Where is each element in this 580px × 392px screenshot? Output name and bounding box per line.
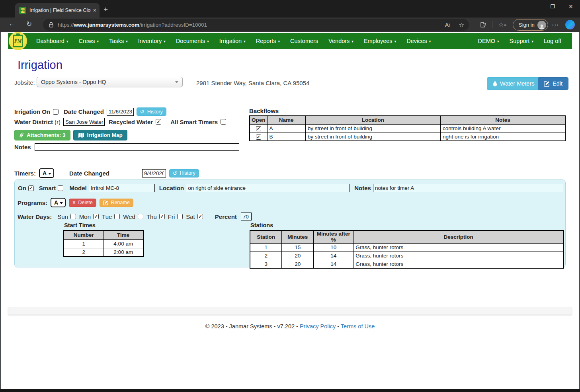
attachments-button[interactable]: Attachments: 3	[14, 130, 70, 140]
history-button[interactable]: ↺History	[137, 107, 166, 116]
edit-button[interactable]: Edit	[538, 77, 568, 90]
read-aloud-icon[interactable]: A)	[445, 21, 450, 28]
notes-input[interactable]	[35, 143, 239, 151]
timer-history-button[interactable]: ↺History	[169, 169, 199, 177]
backflow-location: by street in front of building	[305, 133, 440, 141]
day-label: Sat	[186, 213, 195, 220]
navbar-right-menu: DEMO▾Support▾Log off	[473, 38, 566, 44]
close-button[interactable]: ✕	[562, 0, 580, 13]
percent-input[interactable]	[241, 213, 252, 220]
day-label: Wed	[123, 213, 135, 220]
water-days-label: Water Days:	[18, 213, 52, 220]
nav-item-irrigation[interactable]: Irrigation▾	[214, 38, 251, 44]
caret-down-icon: ▾	[497, 40, 499, 43]
timer-date-changed-label: Date Changed	[69, 170, 109, 177]
new-tab-button[interactable]: +	[104, 6, 108, 13]
extensions-icon[interactable]	[480, 21, 486, 28]
backflow-open-checkbox[interactable]	[256, 135, 261, 140]
nav-item-employees[interactable]: Employees▾	[359, 38, 401, 44]
browser-tab[interactable]: FM Irrigation | Field Service Cloud ×	[15, 3, 100, 18]
water-day-tue: Tue	[102, 213, 120, 220]
irrigation-on-row: Irrigation On Date Changed ↺History	[14, 107, 166, 116]
cell: 14	[314, 252, 353, 260]
nav-item-crews[interactable]: Crews▾	[73, 38, 104, 44]
nav-item-vendors[interactable]: Vendors▾	[323, 38, 359, 44]
page-title: Irrigation	[18, 59, 62, 72]
nav-item-inventory[interactable]: Inventory▾	[133, 38, 171, 44]
day-label: Mon	[79, 213, 91, 220]
nav-item-label: Vendors	[328, 38, 350, 44]
maximize-button[interactable]: ❐	[543, 0, 562, 13]
day-checkbox[interactable]	[197, 214, 203, 219]
caret-down-icon: ▾	[429, 40, 431, 43]
settings-more-icon[interactable]: ⋯	[552, 21, 559, 29]
favorites-star-icon[interactable]: ☆	[459, 21, 464, 29]
model-input[interactable]	[89, 184, 155, 192]
nav-item-label: Dashboard	[36, 38, 64, 44]
program-select[interactable]: A	[51, 198, 66, 207]
nav-item-support[interactable]: Support▾	[504, 38, 539, 44]
day-checkbox[interactable]	[159, 214, 165, 219]
caret-down-icon: ▾	[278, 40, 280, 43]
location-input[interactable]	[186, 184, 350, 192]
jobsite-select[interactable]: Oppo Systems - Oppo HQ	[37, 77, 183, 87]
privacy-policy-link[interactable]: Privacy Policy	[300, 323, 336, 330]
nav-item-tasks[interactable]: Tasks▾	[104, 38, 133, 44]
on-checkbox[interactable]	[28, 185, 34, 191]
day-checkbox[interactable]	[114, 214, 120, 219]
day-label: Thu	[146, 213, 157, 220]
irrigation-on-checkbox[interactable]	[53, 109, 59, 115]
nav-item-label: Tasks	[109, 38, 124, 44]
minimize-button[interactable]: —	[525, 0, 543, 13]
station-row: 32014Grass, hunter rotors	[250, 260, 564, 268]
start-time-row: 14:00 am	[64, 239, 143, 248]
cell: Grass, hunter rotors	[353, 243, 564, 252]
terms-of-use-link[interactable]: Terms of Use	[341, 323, 375, 330]
tab-close-icon[interactable]: ×	[93, 7, 96, 14]
cell: Grass, hunter rotors	[353, 252, 564, 260]
timer-select[interactable]: A	[39, 168, 54, 178]
back-button[interactable]: ←	[9, 20, 16, 28]
all-smart-timers-checkbox[interactable]	[221, 119, 226, 125]
address-bar[interactable]: https://www.janmarsystems.com/irrigation…	[43, 19, 469, 31]
day-checkbox[interactable]	[93, 214, 99, 219]
backflow-name: B	[267, 133, 305, 141]
nav-item-documents[interactable]: Documents▾	[171, 38, 214, 44]
timer-notes-input[interactable]	[373, 184, 563, 192]
water-meters-button[interactable]: Water Meters	[487, 77, 540, 90]
nav-item-reports[interactable]: Reports▾	[251, 38, 285, 44]
backflow-open-checkbox[interactable]	[256, 126, 261, 131]
sign-in-button[interactable]: Sign in	[513, 19, 548, 31]
nav-item-demo[interactable]: DEMO▾	[473, 38, 504, 44]
delete-button[interactable]: ×Delete	[69, 199, 96, 207]
recycled-water-checkbox[interactable]	[156, 119, 161, 125]
water-day-mon: Mon	[79, 213, 99, 220]
nav-item-dashboard[interactable]: Dashboard▾	[31, 38, 73, 44]
rename-button[interactable]: Rename	[100, 199, 133, 207]
nav-item-label: Irrigation	[219, 38, 242, 44]
day-checkbox[interactable]	[70, 214, 76, 219]
nav-item-customers[interactable]: Customers	[285, 38, 323, 44]
smart-checkbox[interactable]	[58, 185, 63, 191]
caret-down-icon: ▾	[66, 40, 68, 43]
copilot-icon[interactable]	[565, 20, 575, 29]
nav-item-devices[interactable]: Devices▾	[401, 38, 436, 44]
day-checkbox[interactable]	[177, 214, 183, 219]
irrigation-map-button[interactable]: Irrigation Map	[73, 130, 127, 140]
app-logo-icon[interactable]: FM	[9, 32, 27, 50]
station-row: 22014Grass, hunter rotors	[250, 252, 564, 260]
pencil-square-icon	[103, 200, 108, 205]
nav-item-log-off[interactable]: Log off	[539, 38, 566, 44]
refresh-button[interactable]: ↻	[26, 20, 32, 28]
cell: 10	[314, 243, 353, 252]
timer-panel: On Smart Model Location Notes Programs: …	[14, 179, 566, 267]
cell: 20	[282, 252, 314, 260]
column-header: Open	[250, 116, 267, 124]
model-label: Model	[69, 185, 86, 191]
day-checkbox[interactable]	[138, 214, 143, 219]
collections-icon[interactable]: ☆≡	[498, 21, 506, 28]
water-district-input[interactable]	[63, 118, 105, 126]
start-times-table: NumberTime 14:00 am22:00 am	[63, 230, 144, 257]
date-changed-input[interactable]	[107, 108, 134, 116]
timer-date-changed-input[interactable]	[142, 169, 166, 177]
